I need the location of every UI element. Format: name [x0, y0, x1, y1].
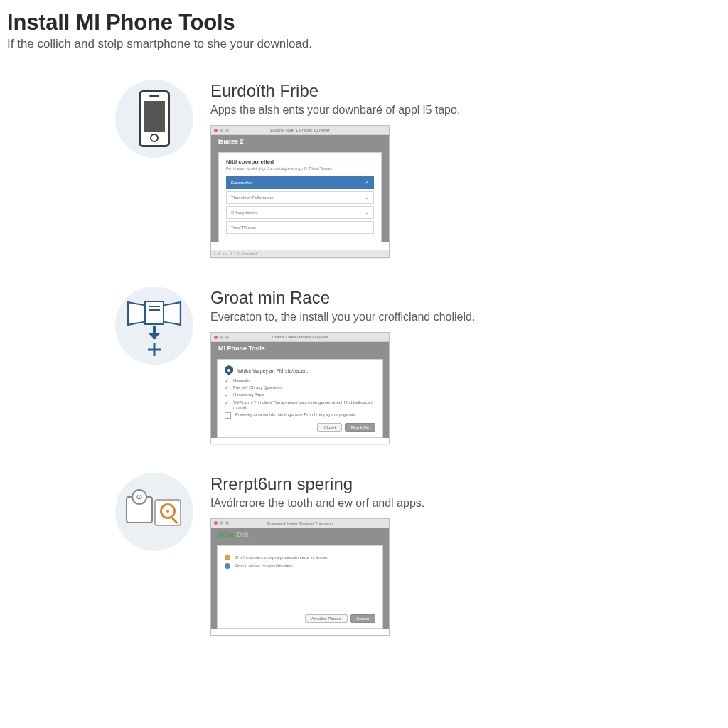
zoom-icon[interactable]: [225, 521, 229, 525]
chevron-down-icon: ⌄: [365, 210, 369, 215]
option-row-4[interactable]: Trnof PYrpps: [226, 221, 374, 234]
search-icon: [160, 503, 176, 519]
window-titlebar: Drawserd Howe Thinwer Thotvenn: [211, 519, 389, 528]
shield-icon: [225, 365, 233, 375]
step-2-desc: Evercaton to, the install you your croff…: [210, 311, 721, 323]
step-3-title: Rrerpt6urn spering: [210, 474, 721, 494]
status-item-2: Ftmulu etrsos crospnothnsitets.: [225, 563, 375, 569]
chevron-down-icon: ⌄: [365, 195, 369, 200]
window-heading: SetarDalt: [211, 528, 389, 541]
checkbox-label: Prekeaty to cesentds min imgorrore Rmmhr…: [235, 412, 355, 417]
window-heading: MI Phone Tools: [211, 342, 389, 355]
option-label: Trnof PYrpps: [231, 225, 256, 230]
steps-list: Eurdoïth Fribe Apps the alsh ents your d…: [115, 80, 721, 636]
cancel-button[interactable]: Closel: [317, 423, 342, 432]
step-2-icon: [115, 287, 193, 365]
window-title: Eruprer Nirel 1 Fnions 15 Purer: [270, 128, 329, 132]
window-titlebar: Eruprer Nirel 1 Fnions 15 Purer: [211, 126, 389, 135]
step-1-desc: Apps the alsh ents your downbaré of appl…: [210, 104, 721, 117]
close-icon[interactable]: [214, 336, 218, 339]
step-2: Groat min Race Evercaton to, the install…: [115, 287, 721, 444]
check-item-3: ✓ Hosasteng Tapa: [225, 392, 375, 397]
minimize-icon[interactable]: [220, 129, 223, 132]
option-row-3[interactable]: Orlkatyritrerito ⌄: [226, 206, 374, 219]
check-icon: ✓: [225, 378, 229, 383]
step-1-icon: [115, 80, 193, 158]
check-icon: ✓: [365, 180, 369, 186]
window-title: Crame Daek Dharier Fskyase: [272, 335, 328, 339]
window-titlebar: Crame Daek Dharier Fskyase: [211, 333, 389, 342]
step-2-title: Groat min Race: [210, 288, 721, 308]
check-icon: ✓: [225, 392, 229, 397]
minimize-icon[interactable]: [220, 521, 223, 525]
zoom-icon[interactable]: [225, 129, 229, 132]
bullet-icon: [225, 555, 230, 560]
primary-button[interactable]: lineest: [350, 614, 375, 623]
agree-checkbox-row[interactable]: Prekeaty to cesentds min imgorrore Rmmhr…: [225, 412, 375, 419]
step-1: Eurdoïth Fribe Apps the alsh ents your d…: [115, 80, 721, 258]
window-panel: Nitil coveporelted Perl imeaan vorakle p…: [218, 152, 382, 242]
install-icon: [127, 301, 182, 350]
page-title: Install MI Phone Tools: [7, 10, 721, 36]
zoom-icon[interactable]: [225, 336, 229, 339]
page-subtitle: If the collich and stolp smartphone to s…: [7, 37, 721, 51]
window-heading: Isiatee 2: [211, 135, 389, 148]
minimize-icon[interactable]: [220, 336, 223, 339]
check-item-2: ✓ Freryeh Chrasy Qpemetrt: [225, 385, 375, 390]
step-1-title: Eurdoïth Fribe: [210, 81, 721, 101]
window-panel: Whike Wapey an FMrsta/bacert. ✓ Haprothn…: [217, 359, 383, 438]
option-row-1[interactable]: Eommuthe ✓: [226, 176, 374, 189]
close-icon[interactable]: [214, 521, 218, 525]
option-label: Thanshen fFdllenopne: [231, 196, 274, 200]
window-footer: t · 4 · sto · 1 2 (ll · hrthaimM: [211, 250, 389, 257]
step-2-window: Crame Daek Dharier Fskyase MI Phone Tool…: [210, 332, 390, 444]
panel-lead: Whike Wapey an FMrsta/bacert.: [237, 368, 309, 373]
status-item-1: Sl tirf snanners orssprrepnseooen sede k…: [225, 555, 375, 560]
checkbox-icon[interactable]: [225, 412, 231, 419]
install-button[interactable]: Rno lt file: [345, 423, 375, 432]
close-icon[interactable]: [214, 129, 218, 132]
check-icon: ✓: [225, 400, 229, 405]
step-1-window: Eruprer Nirel 1 Fnions 15 Purer Isiatee …: [210, 125, 390, 258]
option-row-2[interactable]: Thanshen fFdllenopne ⌄: [226, 191, 374, 204]
phone-icon: [139, 90, 170, 147]
badge-icon: ω: [132, 489, 147, 505]
check-item-4: ✓ TAlFLarmf Thll ciloet Thrrapverare bat…: [225, 400, 375, 410]
window-title: Drawserd Howe Thinwer Thotvenn: [267, 521, 333, 525]
secondary-button[interactable]: Ameitire Ptuces: [305, 614, 348, 623]
check-item-1: ✓ Haprothn: [225, 378, 375, 383]
option-label: Orlkatyritrerito: [231, 210, 258, 215]
bullet-icon: [225, 563, 230, 569]
window-panel: Sl tirf snanners orssprrepnseooen sede k…: [217, 545, 383, 629]
step-3-desc: IAvólrcrore the tooth and ew orf andl ap…: [210, 497, 721, 510]
scan-icon: ω: [126, 492, 183, 532]
step-3-icon: ω: [115, 473, 193, 551]
panel-subtitle: Perl imeaan vorakle phgt. Sut saattsigse…: [226, 166, 374, 171]
step-3-window: Drawserd Howe Thinwer Thotvenn SetarDalt…: [210, 518, 390, 636]
check-icon: ✓: [225, 385, 229, 390]
panel-title: Nitil coveporelted: [226, 159, 374, 165]
option-label: Eommuthe: [231, 181, 252, 185]
step-3: ω Rrerpt6urn spering IAvólrcrore the too…: [115, 473, 721, 636]
